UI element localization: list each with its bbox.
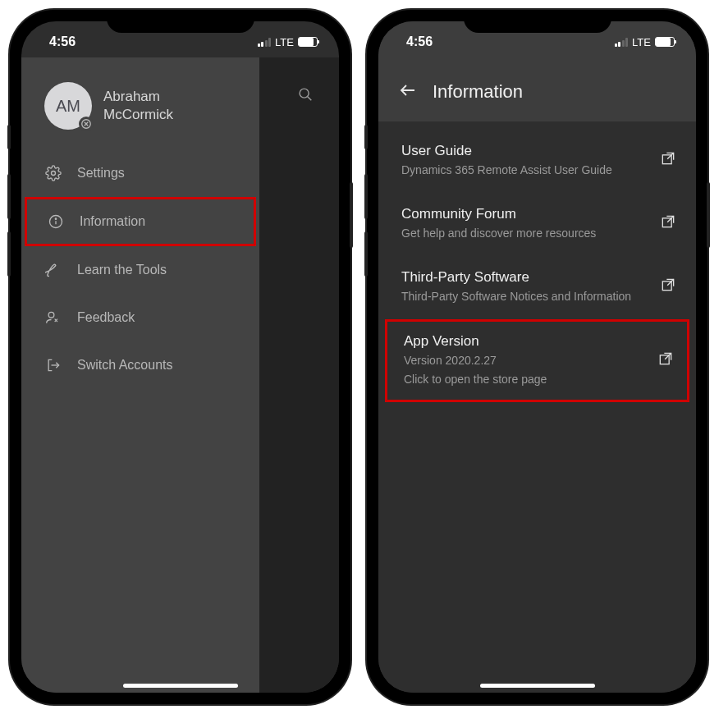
user-name-first: Abraham — [103, 88, 173, 106]
signout-icon — [44, 356, 62, 374]
phone-left: 4:56 LTE AM Abraham McCo — [10, 10, 350, 704]
info-icon — [47, 213, 65, 231]
menu-label: Information — [80, 214, 145, 229]
menu-item-learn[interactable]: Learn the Tools — [21, 246, 259, 294]
avatar: AM — [44, 82, 92, 130]
gear-icon — [44, 164, 62, 182]
external-link-icon — [660, 213, 676, 233]
profile-section[interactable]: AM Abraham McCormick — [21, 74, 259, 149]
menu-item-switch-accounts[interactable]: Switch Accounts — [21, 341, 259, 389]
status-time: 4:56 — [49, 34, 76, 49]
battery-icon — [655, 37, 675, 47]
item-title: App Version — [404, 333, 648, 350]
menu-label: Switch Accounts — [77, 358, 173, 373]
power-button — [350, 182, 353, 248]
svg-point-1 — [52, 172, 56, 176]
search-icon[interactable] — [296, 85, 314, 107]
svg-point-4 — [55, 218, 56, 219]
list-item-community-forum[interactable]: Community Forum Get help and discover mo… — [378, 193, 696, 256]
volume-up — [364, 174, 368, 219]
menu-label: Learn the Tools — [77, 263, 167, 277]
user-name-last: McCormick — [103, 106, 173, 124]
info-list: User Guide Dynamics 365 Remote Assist Us… — [378, 121, 696, 410]
pen-icon — [44, 261, 62, 279]
svg-point-5 — [48, 312, 54, 318]
page-title: Information — [433, 81, 523, 103]
screen-left: 4:56 LTE AM Abraham McCo — [21, 21, 339, 693]
battery-icon — [298, 37, 318, 47]
presence-badge-icon — [79, 117, 94, 131]
network-label: LTE — [632, 36, 651, 48]
external-link-icon — [660, 277, 676, 296]
mute-switch — [7, 125, 11, 149]
item-subtitle: Dynamics 365 Remote Assist User Guide — [401, 162, 650, 178]
menu-label: Feedback — [77, 310, 135, 325]
list-item-third-party[interactable]: Third-Party Software Third-Party Softwar… — [378, 256, 696, 319]
item-title: User Guide — [401, 143, 650, 159]
external-link-icon — [657, 350, 674, 370]
volume-down — [364, 231, 368, 277]
status-right: LTE — [258, 36, 318, 48]
signal-icon — [615, 38, 629, 47]
power-button — [707, 182, 710, 248]
volume-up — [7, 174, 11, 219]
item-title: Third-Party Software — [401, 269, 650, 286]
phone-right: 4:56 LTE Information User Guide Dynamics… — [367, 10, 707, 704]
svg-line-7 — [308, 97, 312, 101]
item-subtitle: Get help and discover more resources — [401, 226, 650, 241]
back-button[interactable] — [398, 80, 418, 103]
svg-point-6 — [300, 89, 309, 98]
mute-switch — [364, 125, 368, 149]
signal-icon — [258, 38, 272, 47]
page-header: Information — [378, 57, 696, 121]
network-label: LTE — [275, 36, 294, 48]
menu-item-information[interactable]: Information — [25, 197, 256, 246]
status-bar: 4:56 LTE — [378, 21, 696, 57]
navigation-drawer: AM Abraham McCormick — [21, 57, 259, 693]
menu-list: Settings Information Learn the Tools — [21, 149, 259, 389]
item-subtitle-hint: Click to open the store page — [404, 372, 648, 387]
status-bar: 4:56 LTE — [21, 21, 339, 57]
feedback-icon — [44, 309, 62, 327]
home-indicator[interactable] — [123, 684, 238, 688]
avatar-initials: AM — [56, 97, 80, 116]
external-link-icon — [660, 150, 676, 170]
home-indicator[interactable] — [480, 684, 595, 688]
status-right: LTE — [615, 36, 675, 48]
menu-item-settings[interactable]: Settings — [21, 149, 259, 197]
volume-down — [7, 231, 11, 277]
status-time: 4:56 — [406, 34, 433, 49]
item-subtitle: Third-Party Software Notices and Informa… — [401, 289, 650, 304]
screen-right: 4:56 LTE Information User Guide Dynamics… — [378, 21, 696, 693]
menu-item-feedback[interactable]: Feedback — [21, 294, 259, 341]
user-name: Abraham McCormick — [103, 88, 173, 124]
item-title: Community Forum — [401, 206, 650, 222]
main-pane — [259, 57, 339, 693]
item-subtitle-version: Version 2020.2.27 — [404, 353, 648, 368]
list-item-user-guide[interactable]: User Guide Dynamics 365 Remote Assist Us… — [378, 130, 696, 193]
list-item-app-version[interactable]: App Version Version 2020.2.27 Click to o… — [385, 319, 689, 403]
menu-label: Settings — [77, 166, 125, 181]
